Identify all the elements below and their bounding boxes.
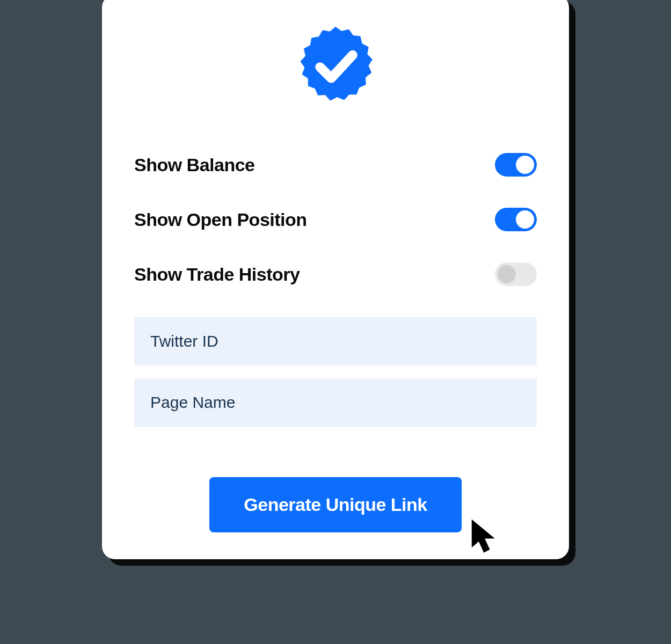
toggle-show-trade-history[interactable] [495,262,537,286]
cursor-icon [470,517,502,555]
toggle-label-balance: Show Balance [134,155,255,175]
button-wrap: Generate Unique Link [134,477,537,532]
toggle-knob [516,210,534,229]
toggle-show-open-position[interactable] [495,208,537,231]
toggle-row-trade-history: Show Trade History [134,262,537,286]
verified-badge-icon [293,24,378,110]
page-name-input[interactable] [134,378,537,427]
badge-wrap [134,24,537,110]
toggle-row-balance: Show Balance [134,153,537,177]
twitter-id-input[interactable] [134,317,537,365]
toggle-knob [498,265,516,283]
toggle-show-balance[interactable] [495,153,537,177]
toggle-label-trade-history: Show Trade History [134,264,300,285]
toggle-label-open-position: Show Open Position [134,209,307,230]
settings-card: Show Balance Show Open Position Show Tra… [102,0,569,559]
generate-unique-link-button[interactable]: Generate Unique Link [209,477,461,532]
toggle-knob [516,156,534,174]
toggle-row-open-position: Show Open Position [134,208,537,231]
